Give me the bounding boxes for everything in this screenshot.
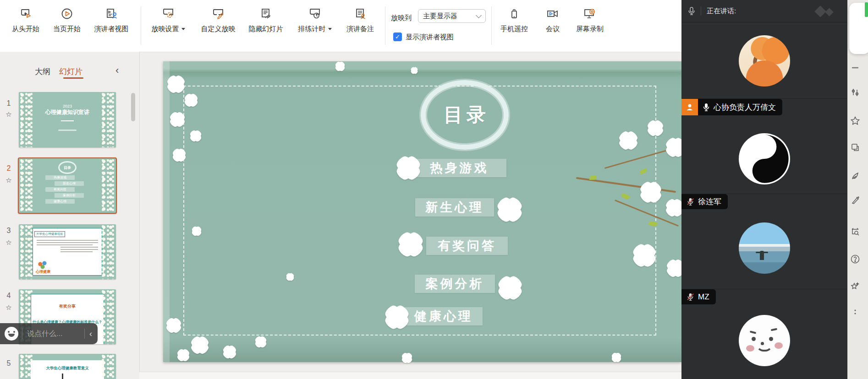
menu-item-4[interactable]: 案例分析 (415, 275, 495, 293)
menu-item-5[interactable]: 健康心理 (405, 307, 483, 325)
help-icon[interactable] (849, 253, 862, 265)
tab-outline[interactable]: 大纲 (35, 66, 50, 77)
flower-decoration (255, 336, 267, 348)
slide-number: 4 (4, 292, 14, 300)
effects-star-icon[interactable] (849, 280, 862, 293)
flower-decoration (335, 61, 345, 71)
dropdown-caret-icon (328, 28, 332, 30)
chat-input[interactable]: 说点什么... (27, 329, 80, 339)
hide-slide-icon (259, 7, 273, 21)
menu-item-3[interactable]: 有奖问答 (426, 237, 508, 255)
flower-decoration (497, 197, 522, 222)
header-divider (701, 6, 701, 16)
screen-record-button[interactable]: 屏幕录制 (569, 7, 611, 33)
from-current-button[interactable]: 当页开始 (46, 7, 88, 33)
slideshow-ribbon: 从头开始 当页开始 演讲者视图 放映设置 自定义放映 (0, 0, 681, 52)
host-person-icon (681, 99, 698, 115)
watermark-logo (813, 5, 841, 17)
participant-name: 心协负责人万倩文 (714, 102, 776, 113)
adjust-sliders-icon[interactable] (849, 86, 862, 99)
collapse-panel-button[interactable]: ‹ (115, 65, 119, 76)
splitter-handle[interactable] (62, 374, 63, 379)
more-dots-icon[interactable] (849, 306, 862, 319)
find-preview-icon[interactable] (849, 225, 862, 238)
flower-decoration (411, 67, 418, 74)
slide-thumbnail-2-selected[interactable]: 目录 热身游戏 新生心理 有奖问答 案例分析 健康心理 (18, 157, 117, 214)
minimize-icon[interactable] (849, 61, 862, 74)
flower-decoration (398, 232, 423, 257)
flower-decoration (170, 112, 185, 127)
flower-decoration (647, 120, 664, 136)
flower-decoration (396, 156, 421, 180)
participant-name: 徐连军 (698, 196, 721, 207)
format-brush-icon[interactable] (849, 194, 862, 207)
slide-thumbnail-3[interactable]: 大学生心理健康现状 心理健康 (19, 224, 116, 279)
mic-on-icon (702, 103, 711, 112)
slide-number: 5 (4, 359, 14, 368)
hide-slide-label: 隐藏幻灯片 (249, 25, 283, 33)
flower-decoration (632, 244, 656, 267)
animation-star-icon: ☆ (4, 238, 14, 247)
meeting-button[interactable]: 会议 (536, 7, 570, 33)
tab-slides[interactable]: 幻灯片 (59, 66, 82, 77)
flower-decoration (191, 336, 209, 354)
presenter-view-checkbox[interactable]: ✓ (393, 32, 402, 41)
thumb5-title: 大学生心理健康教育意义 (31, 366, 104, 371)
speaker-notes-button[interactable]: 演讲备注 (339, 7, 381, 33)
rehearse-timing-button[interactable]: 排练计时 (292, 7, 338, 33)
chat-divider (22, 328, 22, 339)
emoji-icon[interactable] (5, 327, 18, 341)
slide-title-wreath: 目录 (421, 80, 509, 150)
flower-decoration (385, 305, 409, 330)
phone-remote-button[interactable]: 手机遥控 (493, 7, 535, 33)
rehearse-timing-icon (308, 7, 322, 21)
slide-thumbnail-5[interactable]: 大学生心理健康教育意义 (19, 354, 116, 379)
from-beginning-button[interactable]: 从头开始 (5, 7, 47, 33)
silhouette-person (760, 251, 764, 260)
from-current-label: 当页开始 (53, 25, 81, 33)
slide-thumbnail-1[interactable]: 2023 心理健康知识宣讲 (19, 92, 116, 147)
meeting-chat-bar[interactable]: 说点什么... ‹ (0, 323, 98, 344)
participant-name: MZ (698, 292, 709, 302)
slide-number-selected: 2 (4, 164, 14, 173)
display-to-label: 放映到 (391, 14, 412, 22)
thumb2-wreath: 目录 (58, 161, 77, 174)
hide-slide-button[interactable]: 隐藏幻灯片 (243, 7, 288, 33)
thumb1-year: 2023 (19, 104, 116, 108)
menu-item-2[interactable]: 新生心理 (415, 198, 494, 217)
screen-record-label: 屏幕录制 (576, 25, 604, 33)
slide-canvas[interactable]: 目录 热身游戏 新生心理 有奖问答 案例分析 健康心理 (163, 61, 681, 362)
avatar-girl (739, 35, 790, 87)
custom-show-button[interactable]: 自定义放映 (196, 7, 241, 33)
animation-star-icon: ☆ (4, 110, 14, 119)
chat-collapse-button[interactable]: ‹ (89, 329, 92, 339)
app-window: 从头开始 当页开始 演讲者视图 放映设置 自定义放映 (0, 0, 868, 379)
show-settings-icon (161, 7, 175, 21)
play-from-start-icon (19, 7, 33, 21)
dropdown-caret-icon (181, 28, 185, 30)
copy-icon[interactable] (849, 141, 862, 154)
slide-number: 1 (4, 99, 14, 108)
flower-decoration (177, 349, 190, 362)
presenter-view-button[interactable]: 演讲者视图 (88, 7, 135, 33)
star-icon[interactable] (849, 114, 862, 127)
thumb3-caption: 心理健康 (36, 269, 50, 274)
flower-decoration (498, 276, 522, 300)
flower-decoration (619, 131, 638, 150)
leaf-decoration (589, 176, 597, 180)
presenter-view-icon (104, 7, 118, 21)
menu-item-1[interactable]: 热身游戏 (412, 159, 506, 177)
participant-label-host: 心协负责人万倩文 (681, 99, 782, 115)
flower-decoration (286, 273, 294, 281)
participant-label: MZ (681, 289, 716, 304)
thumb3-title: 大学生心理健康现状 (34, 231, 65, 237)
show-settings-button[interactable]: 放映设置 (145, 7, 192, 33)
avatar-skyline (739, 222, 790, 274)
display-monitor-select[interactable]: 主要显示器 (418, 9, 486, 23)
thumbnails-scrollbar[interactable] (131, 93, 135, 121)
flower-decoration (192, 226, 202, 236)
meeting-camera-icon (546, 7, 560, 21)
leaf-icon[interactable] (849, 169, 862, 182)
flower-decoration (223, 345, 236, 359)
green-indicator (865, 2, 868, 17)
